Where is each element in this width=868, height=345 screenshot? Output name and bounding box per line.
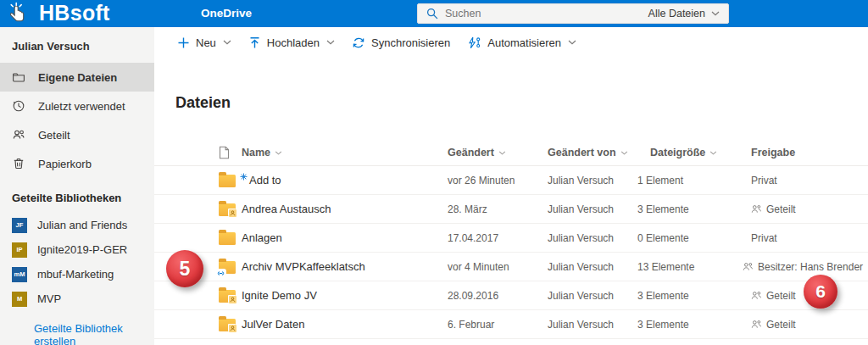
upload-button[interactable]: Hochladen xyxy=(240,30,343,55)
file-name-link[interactable]: Add to xyxy=(249,174,281,186)
link-badge-icon xyxy=(216,270,225,276)
command-bar: Neu Hochladen Synchronisieren Automatisi… xyxy=(154,27,868,58)
column-label: Geändert xyxy=(448,147,494,159)
annotation-circle-6: 6 xyxy=(804,275,837,309)
sharing-label: Geteilt xyxy=(766,319,796,331)
new-button[interactable]: Neu xyxy=(169,30,240,55)
file-size: 3 Elemente xyxy=(637,203,751,215)
chevron-down-icon xyxy=(711,11,720,16)
modified-by: Julian Versuch xyxy=(548,261,637,273)
table-row[interactable]: Archiv MVPKaffeeklatsch vor 4 Minuten Ju… xyxy=(154,253,868,281)
shared-folder-icon xyxy=(219,290,236,303)
sidebar-item-eigene-dateien[interactable]: Eigene Dateien xyxy=(0,63,154,92)
create-shared-library-link[interactable]: Geteilte Bibliothek erstellen xyxy=(34,322,154,345)
automate-button-label: Automatisieren xyxy=(487,36,561,49)
column-label: Geändert von xyxy=(548,147,616,159)
annotation-circle-5: 5 xyxy=(166,250,203,287)
tenant-logo[interactable]: HBsoft xyxy=(39,0,110,27)
file-size: 13 Elemente xyxy=(637,261,751,273)
sync-icon xyxy=(352,36,365,49)
column-header-filesize[interactable]: Dateigröße xyxy=(637,147,751,159)
plus-icon xyxy=(177,36,190,49)
modified-by: Julian Versuch xyxy=(548,290,637,302)
file-name-link[interactable]: Anlagen xyxy=(242,231,282,244)
folder-icon xyxy=(12,70,25,84)
new-button-label: Neu xyxy=(196,36,216,49)
library-label: Julian and Friends xyxy=(37,219,127,231)
shared-people-icon xyxy=(751,204,762,214)
column-header-name[interactable]: Name xyxy=(242,147,448,159)
chevron-down-icon xyxy=(275,151,282,155)
library-label: mbuf-Marketing xyxy=(37,268,114,281)
library-label: Ignite2019-P-GER xyxy=(37,243,127,256)
sidebar-item-geteilt[interactable]: Geteilt xyxy=(0,120,154,149)
column-header-modified[interactable]: Geändert xyxy=(448,147,548,159)
automate-icon xyxy=(467,36,481,49)
sharing-label: Geteilt xyxy=(766,203,796,215)
sidebar-item-papierkorb[interactable]: Papierkorb xyxy=(0,149,154,178)
file-list: Name Geändert Geändert von Dateigröße Fr… xyxy=(154,140,868,339)
table-row[interactable]: Add to vor 26 Minuten Julian Versuch 1 E… xyxy=(154,166,868,195)
search-input[interactable] xyxy=(445,8,648,19)
left-navigation: Julian Versuch Eigene Dateien Zuletzt ve… xyxy=(0,27,154,345)
sidebar-item-zuletzt-verwendet[interactable]: Zuletzt verwendet xyxy=(0,92,154,120)
table-row[interactable]: JulVer Daten 6. Februar Julian Versuch 3… xyxy=(154,310,868,339)
file-size: 3 Elemente xyxy=(637,319,751,331)
sharing-status[interactable]: Besitzer: Hans Brender xyxy=(743,261,868,273)
sharing-status[interactable]: Privat xyxy=(751,175,868,186)
sidebar-item-label: Eigene Dateien xyxy=(38,71,117,84)
upload-button-label: Hochladen xyxy=(267,36,320,49)
file-size: 0 Elemente xyxy=(637,232,751,244)
column-label: Freigabe xyxy=(751,147,795,159)
library-item-mvp[interactable]: M MVP xyxy=(0,287,154,311)
search-scope-dropdown[interactable]: Alle Dateien xyxy=(648,8,720,19)
sharing-label: Privat xyxy=(751,175,777,186)
modified-date: 28.09.2016 xyxy=(448,290,548,302)
modified-date: 17.04.2017 xyxy=(448,232,548,244)
modified-by: Julian Versuch xyxy=(548,319,637,331)
sidebar-item-label: Zuletzt verwendet xyxy=(38,100,125,113)
sharing-status[interactable]: Geteilt xyxy=(751,203,868,215)
file-name-link[interactable]: Andrea Austausch xyxy=(242,203,331,215)
modified-by: Julian Versuch xyxy=(548,232,637,244)
library-item-julian-and-friends[interactable]: JF Julian and Friends xyxy=(0,213,154,237)
column-header-sharing[interactable]: Freigabe xyxy=(751,147,868,159)
person-badge-icon xyxy=(229,325,236,332)
file-name-link[interactable]: Ignite Demo JV xyxy=(242,289,317,302)
page-title: Dateien xyxy=(175,94,231,112)
shared-people-icon xyxy=(751,320,762,329)
search-icon xyxy=(426,8,438,19)
automate-button[interactable]: Automatisieren xyxy=(459,30,585,55)
search-box[interactable]: Alle Dateien xyxy=(417,3,729,24)
modified-date: 6. Februar xyxy=(448,319,548,331)
table-row[interactable]: Anlagen 17.04.2017 Julian Versuch 0 Elem… xyxy=(154,224,868,253)
chevron-down-icon xyxy=(326,40,335,45)
linked-folder-icon xyxy=(219,261,236,274)
library-avatar: M xyxy=(12,292,27,307)
new-item-sparkle-icon xyxy=(240,173,248,181)
library-item-ignite2019[interactable]: IP Ignite2019-P-GER xyxy=(0,237,154,262)
table-row[interactable]: Ignite Demo JV 28.09.2016 Julian Versuch… xyxy=(154,281,868,310)
modified-date: vor 4 Minuten xyxy=(448,261,548,273)
library-item-mbuf-marketing[interactable]: mM mbuf-Marketing xyxy=(0,262,154,287)
library-avatar: mM xyxy=(12,267,27,282)
user-name: Julian Versuch xyxy=(0,27,154,63)
document-type-icon xyxy=(219,146,242,159)
upload-icon xyxy=(248,36,261,49)
column-header-modified-by[interactable]: Geändert von xyxy=(548,147,637,159)
file-name-link[interactable]: Archiv MVPKaffeeklatsch xyxy=(242,260,365,273)
sidebar-item-label: Geteilt xyxy=(38,129,70,142)
shared-folder-icon xyxy=(219,319,236,331)
app-name[interactable]: OneDrive xyxy=(201,0,252,27)
people-icon xyxy=(12,128,25,142)
sync-button[interactable]: Synchronisieren xyxy=(343,30,459,55)
folder-icon xyxy=(219,175,236,187)
sharing-status[interactable]: Privat xyxy=(751,232,868,244)
sharing-status[interactable]: Geteilt xyxy=(751,319,868,331)
file-list-header: Name Geändert Geändert von Dateigröße Fr… xyxy=(154,140,868,166)
column-label: Dateigröße xyxy=(650,147,705,159)
table-row[interactable]: Andrea Austausch 28. März Julian Versuch… xyxy=(154,195,868,224)
file-name-link[interactable]: JulVer Daten xyxy=(242,318,304,331)
trash-icon xyxy=(12,157,25,170)
modified-date: vor 26 Minuten xyxy=(448,175,548,186)
